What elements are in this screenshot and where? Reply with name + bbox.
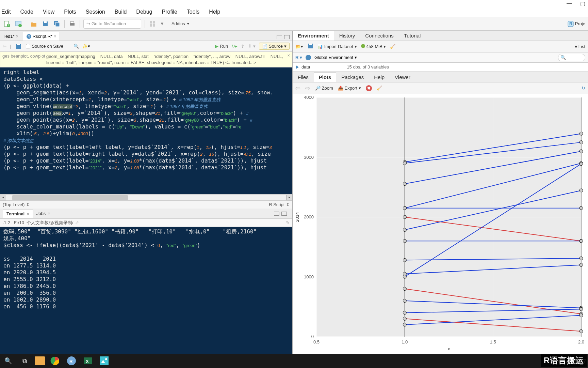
broom-icon[interactable]: 🧹 [390, 44, 395, 49]
remove-plot-icon[interactable]: ✖ [366, 85, 372, 91]
tab-led1[interactable]: led1* × [1, 32, 22, 41]
menu-profile[interactable]: Profile [162, 9, 177, 15]
console-output[interactable]: 数码,500" "百货,3090" "红包,1600" "书籍,90" "打印,… [0, 227, 292, 354]
maximize-pane-icon[interactable] [284, 35, 290, 39]
photos-icon[interactable] [98, 355, 110, 367]
tooltip-signature: geom_segment(mapping = NULL, data = NULL… [46, 53, 290, 66]
menu-plots[interactable]: Plots [64, 9, 76, 15]
scroll-track[interactable] [6, 195, 286, 200]
save-icon[interactable] [307, 43, 313, 50]
close-icon[interactable]: × [287, 53, 290, 58]
save-icon[interactable] [14, 42, 22, 50]
refresh-icon[interactable]: ↻ [582, 86, 585, 91]
code-editor[interactable]: right_label data$class < (p <- ggplot(da… [0, 67, 292, 194]
back-icon[interactable]: ⇦ [3, 44, 6, 49]
addins-menu[interactable]: Addins ▼ [172, 21, 190, 26]
editor-toolbar: ⇦ | Source on Save 🔍 ✨▾ ▶ Run ↻▸ ⇧ ⇩ ▾ 📄… [0, 41, 292, 52]
menu-tools[interactable]: Tools [187, 9, 199, 15]
source-on-save-checkbox[interactable]: Source on Save [26, 44, 63, 49]
env-toolbar: 📂▾ 📊 Import Dataset ▾ 458 MiB ▾ 🧹 ≡ List [293, 41, 588, 52]
next-plot-icon[interactable]: ⇨ [305, 85, 310, 92]
grid-icon[interactable] [148, 20, 157, 28]
up-icon[interactable]: ⇧ [241, 44, 245, 49]
new-project-icon[interactable] [14, 20, 22, 28]
scroll-left-icon[interactable]: ◂ [0, 195, 6, 200]
console-tabbar: Terminal × Jobs × [0, 209, 292, 219]
minimize-pane-icon[interactable] [277, 35, 282, 39]
down-icon[interactable]: ⇩ ▾ [248, 44, 256, 49]
excel-icon[interactable]: X [82, 355, 94, 367]
file-explorer-icon[interactable] [35, 356, 45, 365]
export-button[interactable]: 📤 Export ▾ [338, 86, 361, 91]
broom-icon[interactable]: 🧹 [377, 86, 382, 91]
menu-session[interactable]: Session [86, 9, 105, 15]
svg-point-65 [579, 239, 583, 243]
menu-debug[interactable]: Debug [136, 9, 152, 15]
menu-help[interactable]: Help [209, 9, 220, 15]
dropdown-icon[interactable]: ▼ [160, 21, 164, 26]
clear-icon[interactable]: ✎ [286, 220, 290, 225]
editor-horizontal-scrollbar[interactable]: ◂ ▸ [0, 194, 292, 200]
save-icon[interactable] [41, 20, 49, 28]
tab-help[interactable]: Help [369, 72, 390, 82]
chrome-icon[interactable] [49, 355, 61, 367]
svg-rect-13 [150, 24, 152, 27]
forward-icon[interactable]: | [10, 44, 11, 49]
tab-plots[interactable]: Plots [314, 72, 337, 82]
minimize-button[interactable]: — [567, 0, 572, 6]
new-file-icon[interactable]: + [3, 20, 11, 28]
tab-connections[interactable]: Connections [360, 31, 398, 41]
tab-terminal[interactable]: Terminal × [3, 210, 33, 218]
prev-plot-icon[interactable]: ⇦ [295, 85, 300, 92]
env-data-row[interactable]: data 15 obs. of 3 variables [293, 63, 588, 72]
maximize-pane-icon[interactable] [281, 212, 287, 216]
filetype-label[interactable]: R Script ⇕ [269, 202, 290, 207]
close-icon[interactable]: × [16, 34, 18, 39]
menu-build[interactable]: Build [115, 9, 127, 15]
load-icon[interactable]: 📂▾ [295, 44, 303, 49]
list-view-button[interactable]: ≡ List [575, 44, 585, 49]
tab-packages[interactable]: Packages [336, 72, 369, 82]
memory-indicator[interactable]: 458 MiB ▾ [361, 44, 386, 49]
zoom-button[interactable]: 🔎 Zoom [315, 86, 333, 91]
close-icon[interactable]: × [54, 34, 56, 39]
expand-icon[interactable] [296, 65, 299, 69]
menu-view[interactable]: View [43, 9, 54, 15]
tab-viewer[interactable]: Viewer [390, 72, 415, 82]
tab-files[interactable]: Files [293, 72, 314, 82]
r-logo-icon[interactable]: R ▾ [295, 55, 302, 60]
env-search-input[interactable]: 🔍 [558, 54, 585, 61]
popout-icon[interactable]: ⇗ [75, 220, 79, 225]
tab-tutorial[interactable]: Tutorial [399, 31, 426, 41]
minimize-pane-icon[interactable] [274, 212, 279, 216]
goto-file-input[interactable]: ↪ Go to file/function [83, 19, 141, 29]
search-icon[interactable]: 🔍 [2, 355, 14, 367]
svg-point-67 [403, 258, 406, 262]
rstudio-icon[interactable]: R [65, 355, 78, 367]
tab-rscript[interactable]: R Rscript.R* × [23, 32, 60, 41]
tab-environment[interactable]: Environment [293, 31, 334, 41]
task-view-icon[interactable]: ⧉ [18, 355, 31, 367]
menu-code[interactable]: Code [20, 9, 33, 15]
open-icon[interactable] [30, 20, 38, 28]
menu-edit[interactable]: Edit [1, 9, 11, 15]
run-button[interactable]: ▶ Run [215, 44, 228, 49]
save-all-icon[interactable] [53, 20, 61, 28]
tab-jobs[interactable]: Jobs × [33, 210, 54, 217]
wand-icon[interactable]: ✨▾ [82, 44, 90, 49]
print-icon[interactable] [68, 20, 76, 28]
source-button[interactable]: 📄 Source ▾ [259, 43, 290, 50]
svg-text:2014: 2014 [295, 212, 300, 222]
separator [145, 20, 145, 28]
project-menu[interactable]: R Proje [568, 21, 585, 27]
maximize-button[interactable]: ▢ [580, 0, 585, 7]
scroll-thumb[interactable] [12, 195, 128, 200]
tab-history[interactable]: History [334, 31, 360, 41]
scope-label[interactable]: (Top Level) ⇕ [3, 202, 30, 207]
find-icon[interactable]: 🔍 [74, 44, 79, 49]
scroll-right-icon[interactable]: ▸ [286, 195, 292, 200]
scope-selector[interactable]: Global Environment ▾ [314, 55, 357, 60]
rerun-icon[interactable]: ↻▸ [231, 44, 238, 49]
import-dataset-button[interactable]: 📊 Import Dataset ▾ [317, 44, 357, 49]
svg-text:2000: 2000 [304, 214, 314, 219]
